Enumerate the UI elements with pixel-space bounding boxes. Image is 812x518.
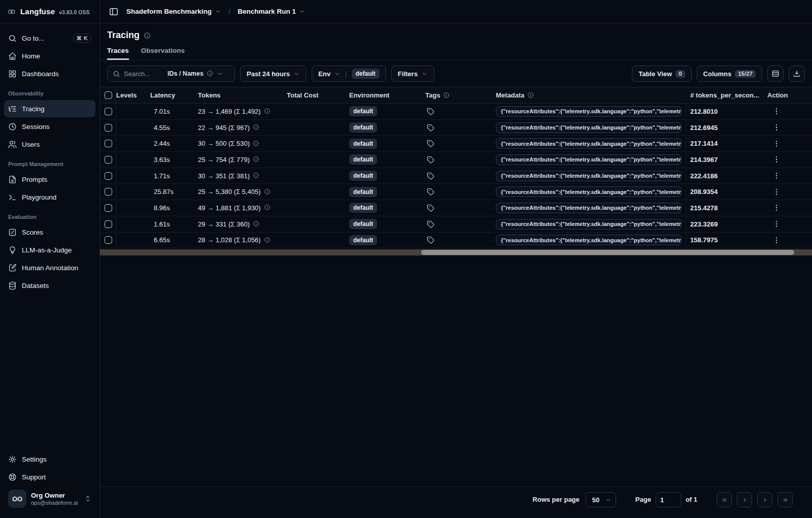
sidebar-toggle-icon[interactable]: [107, 5, 120, 18]
tag-icon[interactable]: [427, 156, 434, 164]
kebab-menu-icon[interactable]: [772, 172, 781, 180]
row-height-button[interactable]: [767, 66, 784, 82]
tab-observations[interactable]: Observations: [141, 47, 185, 60]
metadata-chip[interactable]: {"resourceAttributes":{"telemetry.sdk.la…: [496, 122, 682, 133]
table-row[interactable]: 7.01s 23 → 1,469 (Σ 1,492) default {"res…: [100, 104, 812, 120]
row-checkbox[interactable]: [105, 188, 112, 196]
environment-filter[interactable]: Env | default: [312, 66, 386, 82]
kebab-menu-icon[interactable]: [772, 236, 781, 244]
column-header-metadata[interactable]: Metadata: [495, 87, 686, 103]
kebab-menu-icon[interactable]: [772, 220, 781, 228]
row-checkbox[interactable]: [105, 172, 112, 180]
metadata-chip[interactable]: {"resourceAttributes":{"telemetry.sdk.la…: [496, 186, 682, 197]
column-header-tokens[interactable]: Tokens: [198, 91, 287, 99]
sidebar-item-settings[interactable]: Settings: [4, 450, 95, 468]
kebab-menu-icon[interactable]: [772, 155, 781, 164]
filters-dropdown[interactable]: Filters: [391, 66, 434, 82]
metadata-chip[interactable]: {"resourceAttributes":{"telemetry.sdk.la…: [496, 154, 682, 165]
row-checkbox[interactable]: [105, 220, 112, 228]
column-header-environment[interactable]: Environment: [349, 91, 425, 99]
metadata-chip[interactable]: {"resourceAttributes":{"telemetry.sdk.la…: [496, 106, 682, 117]
table-row[interactable]: 8.96s 49 → 1,881 (Σ 1,930) default {"res…: [100, 200, 812, 216]
metadata-chip[interactable]: {"resourceAttributes":{"telemetry.sdk.la…: [496, 219, 682, 230]
sidebar-item-home[interactable]: Home: [4, 47, 95, 64]
sidebar-item-sessions[interactable]: Sessions: [4, 118, 95, 135]
metadata-chip[interactable]: {"resourceAttributes":{"telemetry.sdk.la…: [496, 171, 682, 181]
sidebar-item-users[interactable]: Users: [4, 136, 95, 153]
metadata-chip[interactable]: {"resourceAttributes":{"telemetry.sdk.la…: [496, 235, 682, 245]
info-icon: [253, 172, 260, 179]
kebab-menu-icon[interactable]: [772, 123, 781, 132]
tag-icon[interactable]: [427, 236, 434, 244]
sidebar-item-llm-as-a-judge[interactable]: LLM-as-a-Judge: [4, 241, 95, 258]
table-row[interactable]: 1.61s 29 → 331 (Σ 360) default {"resourc…: [100, 216, 812, 233]
select-all-checkbox[interactable]: [105, 91, 112, 99]
tag-icon[interactable]: [427, 204, 434, 212]
columns-count-badge: 15/27: [735, 70, 756, 78]
search-mode-dropdown[interactable]: IDs / Names: [167, 70, 223, 77]
tab-traces[interactable]: Traces: [107, 47, 129, 60]
brand-name: Langfuse: [20, 7, 55, 16]
tag-icon[interactable]: [427, 124, 434, 132]
row-checkbox[interactable]: [105, 140, 112, 147]
table-row[interactable]: 25.87s 25 → 5,380 (Σ 5,405) default {"re…: [100, 184, 812, 200]
column-header-latency[interactable]: Latency: [150, 91, 198, 99]
table-row[interactable]: 6.65s 28 → 1,028 (Σ 1,056) default {"res…: [100, 233, 812, 249]
table-row[interactable]: 1.71s 30 → 351 (Σ 381) default {"resourc…: [100, 168, 812, 184]
tag-icon[interactable]: [427, 172, 434, 180]
file-text-icon: [8, 175, 17, 184]
sidebar-item-label: Support: [22, 473, 46, 481]
sidebar-item-playground[interactable]: Playground: [4, 188, 95, 206]
sidebar-item-dashboards[interactable]: Dashboards: [4, 65, 95, 82]
goto-search-button[interactable]: Go to... ⌘ K: [4, 29, 95, 47]
tag-icon[interactable]: [427, 220, 434, 228]
kebab-menu-icon[interactable]: [772, 204, 781, 212]
table-row[interactable]: 4.55s 22 → 945 (Σ 967) default {"resourc…: [100, 120, 812, 136]
first-page-button[interactable]: [717, 492, 732, 507]
metadata-chip[interactable]: {"resourceAttributes":{"telemetry.sdk.la…: [496, 138, 682, 149]
kebab-menu-icon[interactable]: [772, 107, 781, 115]
sidebar-item-tracing[interactable]: Tracing: [4, 100, 95, 117]
tag-icon[interactable]: [427, 188, 434, 196]
column-header-levels[interactable]: Levels: [116, 91, 150, 99]
sidebar-item-support[interactable]: Support: [4, 468, 95, 485]
search-container[interactable]: IDs / Names: [107, 66, 235, 82]
sidebar-item-scores[interactable]: Scores: [4, 223, 95, 241]
column-header-total-cost[interactable]: Total Cost: [287, 91, 349, 99]
columns-button[interactable]: Columns 15/27: [697, 66, 762, 82]
time-range-dropdown[interactable]: Past 24 hours: [240, 66, 307, 82]
table-row[interactable]: 3.63s 25 → 754 (Σ 779) default {"resourc…: [100, 152, 812, 168]
kebab-menu-icon[interactable]: [772, 140, 781, 148]
account-menu[interactable]: OO Org Owner ops@shadeform.ai: [4, 485, 95, 514]
export-button[interactable]: [789, 66, 805, 82]
next-page-button[interactable]: [757, 492, 772, 507]
org-switcher[interactable]: Shadeform Benchmarking: [126, 8, 221, 15]
row-checkbox[interactable]: [105, 124, 112, 132]
page-number-input[interactable]: [656, 492, 681, 507]
sidebar-item-human-annotation[interactable]: Human Annotation: [4, 259, 95, 276]
row-checkbox[interactable]: [105, 156, 112, 164]
table-view-button[interactable]: Table View 0: [632, 66, 691, 82]
download-icon: [793, 70, 801, 78]
last-page-button[interactable]: [777, 492, 793, 507]
row-checkbox[interactable]: [105, 236, 112, 244]
chevron-down-icon: [217, 71, 223, 77]
project-switcher[interactable]: Benchmark Run 1: [238, 8, 306, 15]
previous-page-button[interactable]: [737, 492, 752, 507]
column-header-tokens-per-second[interactable]: # tokens_per_secon...: [686, 91, 765, 99]
tag-icon[interactable]: [427, 108, 434, 115]
row-checkbox[interactable]: [105, 108, 112, 115]
tag-icon[interactable]: [427, 140, 434, 147]
sidebar-item-prompts[interactable]: Prompts: [4, 171, 95, 188]
horizontal-scrollbar[interactable]: [100, 249, 812, 255]
rows-per-page-select[interactable]: 50: [586, 492, 616, 507]
metadata-chip[interactable]: {"resourceAttributes":{"telemetry.sdk.la…: [496, 203, 682, 213]
scrollbar-thumb[interactable]: [421, 250, 794, 255]
row-checkbox[interactable]: [105, 204, 112, 212]
kebab-menu-icon[interactable]: [772, 188, 781, 196]
sidebar-item-label: Human Annotation: [22, 264, 78, 272]
column-header-tags[interactable]: Tags: [425, 91, 495, 99]
sidebar-item-datasets[interactable]: Datasets: [4, 277, 95, 294]
search-input[interactable]: [124, 70, 163, 78]
table-row[interactable]: 2.44s 30 → 500 (Σ 530) default {"resourc…: [100, 136, 812, 152]
